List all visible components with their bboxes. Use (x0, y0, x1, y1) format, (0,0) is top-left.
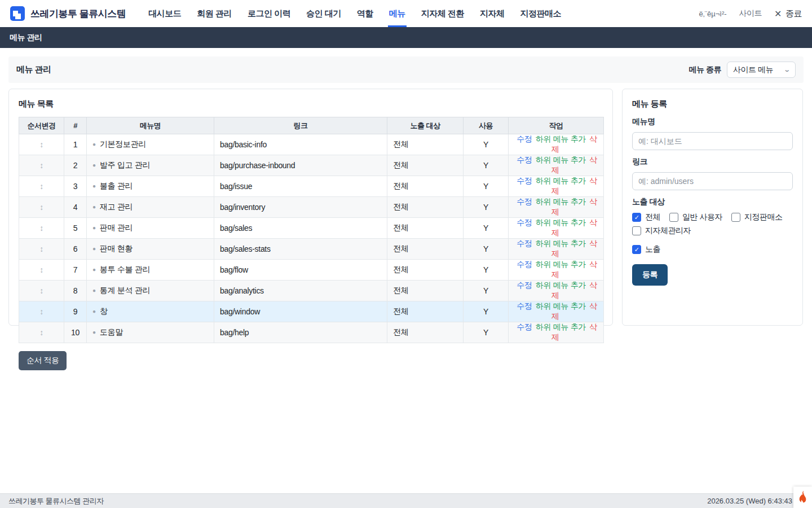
add-submenu-link[interactable]: 하위 메뉴 추가 (536, 260, 586, 269)
menu-name-label: 메뉴명 (632, 117, 793, 127)
nav-item-7[interactable]: 지자체 (472, 0, 513, 27)
menu-name-cell: ●재고 관리 (87, 197, 214, 218)
site-link[interactable]: 사이트 (739, 8, 762, 19)
edit-link[interactable]: 수정 (517, 281, 532, 290)
edit-link[interactable]: 수정 (517, 322, 532, 331)
column-header-5: 사용 (464, 117, 509, 134)
add-submenu-link[interactable]: 하위 메뉴 추가 (536, 176, 586, 185)
menu-link-label: 링크 (632, 157, 793, 167)
logout-button[interactable]: ✕ 종료 (774, 8, 802, 19)
edit-link[interactable]: 수정 (517, 218, 532, 227)
nav-item-2[interactable]: 로그인 이력 (240, 0, 298, 27)
row-number: 4 (64, 197, 87, 218)
menu-name-cell: ●불출 관리 (87, 176, 214, 197)
drag-handle-icon[interactable]: ↕ (39, 140, 43, 149)
use-cell: Y (464, 322, 509, 343)
target-checkbox-1[interactable]: 일반 사용자 (669, 212, 722, 222)
drag-handle-icon[interactable]: ↕ (39, 286, 43, 295)
bullet-icon: ● (92, 141, 96, 147)
target-checkbox-2[interactable]: 지정판매소 (731, 212, 783, 222)
nav-item-6[interactable]: 지자체 전환 (413, 0, 472, 27)
nav-item-0[interactable]: 대시보드 (140, 0, 189, 27)
target-checkbox-2-label: 지정판매소 (744, 212, 783, 222)
checkbox-checked-icon (632, 213, 641, 222)
target-cell: 전체 (387, 155, 464, 176)
use-cell: Y (464, 281, 509, 301)
use-cell: Y (464, 260, 509, 281)
register-button[interactable]: 등록 (632, 264, 668, 286)
add-submenu-link[interactable]: 하위 메뉴 추가 (536, 218, 586, 227)
drag-handle-icon[interactable]: ↕ (39, 244, 43, 253)
nav-item-8[interactable]: 지정판매소 (512, 0, 569, 27)
drag-handle-icon[interactable]: ↕ (39, 161, 43, 170)
table-row: ↕5●판매 관리bag/sales전체Y수정하위 메뉴 추가삭제 (19, 218, 604, 239)
bullet-icon: ● (92, 287, 96, 294)
use-cell: Y (464, 134, 509, 155)
visible-checkbox-label: 노출 (645, 244, 660, 255)
menu-link-input[interactable] (632, 172, 793, 190)
edit-link[interactable]: 수정 (517, 155, 532, 164)
bullet-icon: ● (92, 308, 96, 314)
target-checkbox-1-label: 일반 사용자 (682, 212, 722, 222)
menu-list-card: 메뉴 목록 순서변경#메뉴명링크노출 대상사용작업 ↕1●기본정보관리bag/b… (8, 89, 613, 326)
table-row: ↕3●불출 관리bag/issue전체Y수정하위 메뉴 추가삭제 (19, 176, 604, 197)
drag-handle-icon[interactable]: ↕ (39, 203, 43, 212)
add-submenu-link[interactable]: 하위 메뉴 추가 (536, 301, 586, 310)
menu-type-label: 메뉴 종류 (689, 65, 721, 75)
add-submenu-link[interactable]: 하위 메뉴 추가 (536, 155, 586, 164)
menu-name-cell: ●기본정보관리 (87, 134, 214, 155)
apply-order-button[interactable]: 순서 적용 (19, 351, 67, 370)
edit-link[interactable]: 수정 (517, 134, 532, 143)
add-submenu-link[interactable]: 하위 메뉴 추가 (536, 322, 586, 331)
bullet-icon: ● (92, 204, 96, 210)
add-submenu-link[interactable]: 하위 메뉴 추가 (536, 281, 586, 290)
use-cell: Y (464, 301, 509, 322)
page-title-bar: 메뉴 관리 (0, 27, 812, 48)
add-submenu-link[interactable]: 하위 메뉴 추가 (536, 134, 586, 143)
menu-name-cell: ●판매 관리 (87, 218, 214, 239)
edit-link[interactable]: 수정 (517, 239, 532, 248)
visible-checkbox[interactable]: 노출 (632, 244, 793, 255)
edit-link[interactable]: 수정 (517, 176, 532, 185)
use-cell: Y (464, 155, 509, 176)
drag-handle-icon[interactable]: ↕ (39, 182, 43, 191)
target-cell: 전체 (387, 197, 464, 218)
row-number: 8 (64, 281, 87, 301)
drag-handle-icon[interactable]: ↕ (39, 265, 43, 274)
footer-datetime: 2026.03.25 (Wed) 6:43:43 (707, 497, 804, 505)
edit-link[interactable]: 수정 (517, 260, 532, 269)
target-checkbox-0[interactable]: 전체 (632, 212, 660, 222)
row-number: 5 (64, 218, 87, 239)
row-number: 3 (64, 176, 87, 197)
nav-item-5[interactable]: 메뉴 (381, 0, 413, 27)
drag-handle-icon[interactable]: ↕ (39, 224, 43, 233)
menu-name-input[interactable] (632, 132, 793, 150)
edit-link[interactable]: 수정 (517, 197, 532, 206)
nav-item-4[interactable]: 역할 (349, 0, 381, 27)
menu-link-cell: bag/basic-info (214, 134, 387, 155)
target-checkbox-group: 전체일반 사용자지정판매소지자체관리자 (632, 212, 793, 236)
framework-badge[interactable] (793, 487, 812, 508)
edit-link[interactable]: 수정 (517, 301, 532, 310)
add-submenu-link[interactable]: 하위 메뉴 추가 (536, 197, 586, 206)
table-row: ↕1●기본정보관리bag/basic-info전체Y수정하위 메뉴 추가삭제 (19, 134, 604, 155)
drag-handle-icon[interactable]: ↕ (39, 328, 43, 337)
add-submenu-link[interactable]: 하위 메뉴 추가 (536, 239, 586, 248)
close-icon: ✕ (774, 8, 782, 19)
menu-link-cell: bag/flow (214, 260, 387, 281)
target-cell: 전체 (387, 218, 464, 239)
target-checkbox-3[interactable]: 지자체관리자 (632, 226, 691, 236)
nav-menu: 대시보드회원 관리로그인 이력승인 대기역할메뉴지자체 전환지자체지정판매소 (140, 0, 569, 27)
table-row: ↕2●발주 입고 관리bag/purchase-inbound전체Y수정하위 메… (19, 155, 604, 176)
row-number: 6 (64, 239, 87, 260)
nav-item-3[interactable]: 승인 대기 (298, 0, 349, 27)
menu-name-cell: ●통계 분석 관리 (87, 281, 214, 301)
drag-handle-icon[interactable]: ↕ (39, 307, 43, 316)
menu-link-cell: bag/sales-stats (214, 239, 387, 260)
menu-type-select[interactable]: 사이트 메뉴 ⌄ (727, 62, 796, 78)
column-header-0: 순서변경 (19, 117, 64, 134)
target-cell: 전체 (387, 301, 464, 322)
footer-bar: 쓰레기봉투 물류시스템 관리자 2026.03.25 (Wed) 6:43:43 (0, 493, 812, 508)
menu-link-cell: bag/inventory (214, 197, 387, 218)
nav-item-1[interactable]: 회원 관리 (189, 0, 240, 27)
